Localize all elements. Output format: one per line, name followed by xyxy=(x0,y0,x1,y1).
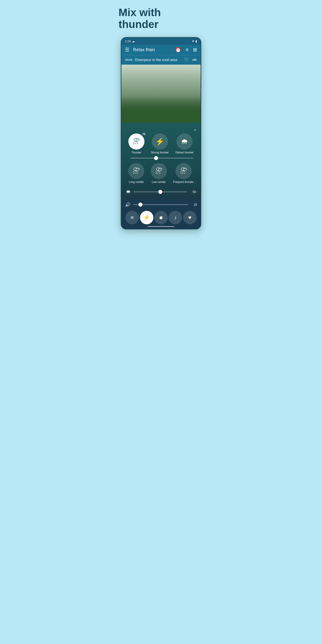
tree-silhouette xyxy=(122,96,200,123)
status-right: ▼ ▮ xyxy=(192,40,197,43)
thunder-label-thunder: Thunder xyxy=(132,151,142,154)
stop-btn[interactable]: ■ xyxy=(154,211,168,224)
volume-row: 🔊 10 xyxy=(125,202,197,207)
favorites-btn[interactable]: ♥ xyxy=(183,211,196,224)
status-left: 1:19 ☁ xyxy=(125,40,135,43)
favorites-icon: ♥ xyxy=(188,214,192,221)
rain-volume-row: 🌧 50 xyxy=(125,189,197,195)
stop-icon: ■ xyxy=(160,214,163,221)
long-rumble-icon: ⛈ xyxy=(132,167,140,175)
menu-icon[interactable]: ☰ xyxy=(125,47,130,53)
nav-icons: ⏰ ≡ ⊞ xyxy=(175,47,197,53)
add-to-list-icon[interactable]: ≔ xyxy=(192,57,197,63)
thunder-button-long-rumble[interactable]: ⛈ xyxy=(128,163,144,179)
chevron-down-icon[interactable]: ⌄ xyxy=(193,126,197,132)
music-icon: ♪ xyxy=(174,214,177,221)
rain-image xyxy=(122,64,200,123)
thunder-row-2: ⛈ Long rumble ⛈ Low rumble ⛈ Frequent th… xyxy=(125,163,197,184)
volume-slider[interactable] xyxy=(133,204,188,205)
thunder-item-low-rumble[interactable]: ⛈ Low rumble xyxy=(151,163,167,184)
wifi-icon: ☁ xyxy=(132,40,135,43)
thunder-item-strong[interactable]: ⚡ Strong thunder xyxy=(151,134,169,154)
music-btn[interactable]: ♪ xyxy=(168,211,182,224)
controls-area: ⌄ ⛈ 75 Thunder ⚡ Strong thunder xyxy=(122,123,200,199)
thunder-item-long-rumble[interactable]: ⛈ Long rumble xyxy=(128,163,144,184)
track-title: Downpour in the rural area xyxy=(135,58,184,62)
playlist-bottom-btn[interactable]: ≡ xyxy=(126,211,139,224)
thunder-item-distant[interactable]: 🌧 Distant thunder xyxy=(176,134,194,154)
thunder-button-strong[interactable]: ⚡ xyxy=(152,134,168,150)
time-display: 1:19 xyxy=(125,40,130,43)
thunder-slider[interactable] xyxy=(130,158,194,158)
thunder-row-1: ⛈ 75 Thunder ⚡ Strong thunder 🌧 Distant xyxy=(125,134,197,154)
page-title: Mix with thunder xyxy=(118,4,204,33)
thunder-button-thunder[interactable]: ⛈ 75 xyxy=(128,134,144,150)
rain-volume-slider[interactable] xyxy=(134,192,187,192)
thunder-label-distant: Distant thunder xyxy=(176,151,194,154)
thunder-label-frequent: Frequent thunder xyxy=(173,180,194,184)
thunder-main-btn[interactable]: ⚡ xyxy=(140,211,154,224)
rain-volume-value: 50 xyxy=(190,190,196,194)
playlist-icon[interactable]: ≡ xyxy=(186,47,188,53)
low-rumble-icon: ⛈ xyxy=(155,167,162,175)
signal-icon: ▼ xyxy=(192,40,194,43)
thunder-slider-row xyxy=(125,158,197,158)
top-nav: ☰ Relax Rain ⏰ ≡ ⊞ xyxy=(122,45,200,55)
collapse-btn: ⌄ xyxy=(125,126,197,132)
thunder-item-thunder[interactable]: ⛈ 75 Thunder xyxy=(128,134,144,154)
thunder-icon: ⛈ xyxy=(133,137,140,146)
thunder-volume-badge: 75 xyxy=(142,132,145,136)
playlist-bottom-icon: ≡ xyxy=(130,214,134,221)
sub-nav: 38/48 Downpour in the rural area ♡ ≔ xyxy=(122,55,200,64)
rain-cloud-icon: 🌧 xyxy=(126,189,131,195)
thunder-main-icon: ⚡ xyxy=(143,214,150,221)
app-name: Relax Rain xyxy=(133,47,172,52)
battery-icon: ▮ xyxy=(196,40,197,43)
thunder-label-strong: Strong thunder xyxy=(151,151,169,154)
sub-nav-icons: ♡ ≔ xyxy=(184,57,197,63)
page-wrapper: Mix with thunder 1:19 ☁ ▼ ▮ ☰ Relax Rain… xyxy=(118,4,204,230)
alarm-icon[interactable]: ⏰ xyxy=(175,47,181,53)
thunder-label-long-rumble: Long rumble xyxy=(129,180,144,184)
thunder-label-low-rumble: Low rumble xyxy=(152,180,166,184)
thunder-button-low-rumble[interactable]: ⛈ xyxy=(151,163,167,179)
strong-thunder-icon: ⚡ xyxy=(156,137,164,146)
thunder-button-distant[interactable]: 🌧 xyxy=(176,134,192,150)
volume-value: 10 xyxy=(191,203,197,206)
phone-frame: 1:19 ☁ ▼ ▮ ☰ Relax Rain ⏰ ≡ ⊞ 38/48 Down… xyxy=(121,37,201,230)
thunder-button-frequent[interactable]: ⛈ xyxy=(176,163,192,179)
bottom-buttons: ≡ ⚡ ■ ♪ ♥ xyxy=(125,211,197,224)
heart-icon[interactable]: ♡ xyxy=(184,57,188,63)
home-indicator xyxy=(148,226,174,227)
track-counter: 38/48 xyxy=(125,58,132,62)
frequent-thunder-icon: ⛈ xyxy=(180,167,187,175)
distant-thunder-icon: 🌧 xyxy=(181,137,188,146)
grid-icon[interactable]: ⊞ xyxy=(193,47,197,53)
thunder-item-frequent[interactable]: ⛈ Frequent thunder xyxy=(173,163,194,184)
volume-icon: 🔊 xyxy=(125,202,130,207)
bottom-bar: 🔊 10 ≡ ⚡ ■ ♪ ♥ xyxy=(122,199,200,229)
status-bar: 1:19 ☁ ▼ ▮ xyxy=(122,38,200,45)
